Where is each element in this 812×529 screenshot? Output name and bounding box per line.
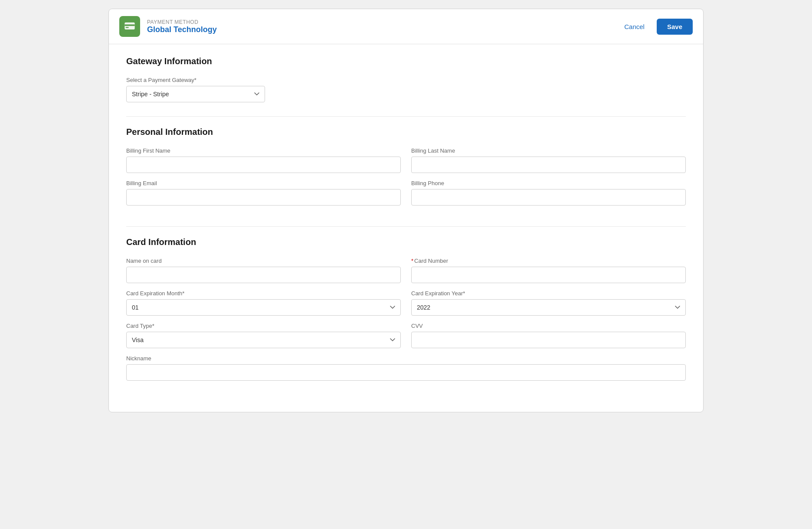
- card-type-label: Card Type*: [126, 323, 401, 329]
- svg-rect-0: [124, 23, 134, 29]
- billing-phone-input[interactable]: [411, 189, 686, 206]
- expiration-year-group: Card Expiration Year* 2022 2023 2024 202…: [411, 290, 686, 316]
- personal-section: Personal Information Billing First Name …: [126, 127, 686, 212]
- card-row-1: Name on card *Card Number: [126, 258, 686, 290]
- card-number-input[interactable]: [411, 267, 686, 283]
- billing-last-name-input[interactable]: [411, 157, 686, 173]
- personal-row-1: Billing First Name Billing Last Name: [126, 147, 686, 180]
- name-on-card-input[interactable]: [126, 267, 401, 283]
- card-row-3: Card Type* Visa Mastercard American Expr…: [126, 323, 686, 355]
- cvv-group: CVV: [411, 323, 686, 348]
- svg-rect-2: [126, 27, 129, 28]
- gateway-select[interactable]: Stripe - Stripe PayPal Authorize.Net Bra…: [126, 86, 265, 102]
- personal-row-2: Billing Email Billing Phone: [126, 180, 686, 212]
- card-number-group: *Card Number: [411, 258, 686, 283]
- main-content: Gateway Information Select a Payment Gat…: [109, 44, 703, 412]
- name-on-card-label: Name on card: [126, 258, 401, 264]
- nickname-group: Nickname: [126, 355, 686, 381]
- billing-first-name-group: Billing First Name: [126, 147, 401, 173]
- header-actions: Cancel Save: [617, 19, 693, 35]
- header-text: PAYMENT METHOD Global Technology: [147, 19, 217, 34]
- header-title: Global Technology: [147, 25, 217, 34]
- billing-first-name-label: Billing First Name: [126, 147, 401, 154]
- card-row-2: Card Expiration Month* 01 02 03 04 05 06…: [126, 290, 686, 323]
- cancel-button[interactable]: Cancel: [617, 20, 652, 34]
- personal-section-title: Personal Information: [126, 127, 686, 137]
- billing-phone-group: Billing Phone: [411, 180, 686, 206]
- billing-last-name-label: Billing Last Name: [411, 147, 686, 154]
- card-number-label: *Card Number: [411, 258, 686, 264]
- save-button[interactable]: Save: [657, 19, 693, 35]
- logo-icon: [119, 16, 140, 37]
- nickname-input[interactable]: [126, 364, 686, 381]
- expiration-month-group: Card Expiration Month* 01 02 03 04 05 06…: [126, 290, 401, 316]
- card-type-select[interactable]: Visa Mastercard American Express Discove…: [126, 332, 401, 348]
- expiration-year-select[interactable]: 2022 2023 2024 2025 2026 2027 2028: [411, 299, 686, 316]
- gateway-section: Gateway Information Select a Payment Gat…: [126, 56, 686, 102]
- nickname-label: Nickname: [126, 355, 686, 362]
- cvv-label: CVV: [411, 323, 686, 329]
- billing-first-name-input[interactable]: [126, 157, 401, 173]
- billing-email-label: Billing Email: [126, 180, 401, 186]
- expiration-month-label: Card Expiration Month*: [126, 290, 401, 297]
- expiration-year-label: Card Expiration Year*: [411, 290, 686, 297]
- svg-rect-1: [124, 24, 134, 26]
- payment-method-form: PAYMENT METHOD Global Technology Cancel …: [108, 9, 704, 412]
- card-type-group: Card Type* Visa Mastercard American Expr…: [126, 323, 401, 348]
- billing-email-group: Billing Email: [126, 180, 401, 206]
- card-section: Card Information Name on card *Card Numb…: [126, 237, 686, 381]
- cvv-input[interactable]: [411, 332, 686, 348]
- gateway-select-label: Select a Payment Gateway*: [126, 77, 265, 83]
- billing-phone-label: Billing Phone: [411, 180, 686, 186]
- gateway-select-group: Select a Payment Gateway* Stripe - Strip…: [126, 77, 265, 102]
- card-section-title: Card Information: [126, 237, 686, 247]
- card-number-required-star: *: [411, 258, 413, 264]
- expiration-month-select[interactable]: 01 02 03 04 05 06 07 08 09 10 11 12: [126, 299, 401, 316]
- billing-email-input[interactable]: [126, 189, 401, 206]
- gateway-section-title: Gateway Information: [126, 56, 686, 66]
- name-on-card-group: Name on card: [126, 258, 401, 283]
- header: PAYMENT METHOD Global Technology Cancel …: [109, 9, 703, 44]
- billing-last-name-group: Billing Last Name: [411, 147, 686, 173]
- header-left: PAYMENT METHOD Global Technology: [119, 16, 217, 37]
- header-subtitle: PAYMENT METHOD: [147, 19, 217, 25]
